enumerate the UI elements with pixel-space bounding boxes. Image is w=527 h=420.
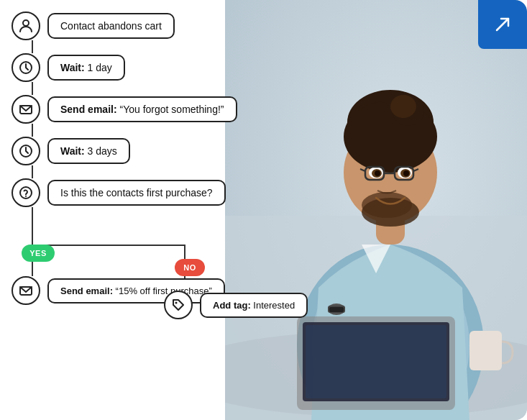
background-photo (225, 0, 527, 420)
tag-label: Add tag: Interested (200, 293, 308, 318)
wait1-label: Wait: 1 day (47, 55, 125, 81)
condition-node: Is this the contacts first purchase? (12, 178, 226, 207)
wait2-label: Wait: 3 days (47, 138, 130, 164)
condition-label: Is this the contacts first purchase? (47, 180, 226, 206)
connector-2 (32, 82, 33, 95)
connector-4 (32, 165, 33, 178)
export-arrow-icon (491, 13, 514, 36)
svg-point-37 (25, 196, 27, 197)
workflow-container: Contact abandons cart Wait: 1 day (12, 12, 270, 301)
svg-point-10 (390, 95, 416, 118)
email1-node: Send email: “You forgot something!” (12, 95, 237, 124)
svg-point-18 (403, 170, 409, 176)
connector-1 (32, 40, 33, 53)
svg-rect-26 (306, 325, 446, 398)
svg-rect-30 (329, 307, 344, 312)
email1-label: Send email: “You forgot something!” (47, 96, 237, 122)
connector-3 (32, 124, 33, 137)
trigger-label: Contact abandons cart (47, 13, 175, 39)
yes-badge: YES (17, 245, 55, 262)
export-button[interactable] (478, 0, 527, 49)
wait2-node: Wait: 3 days (12, 137, 130, 165)
email-icon-1 (12, 95, 40, 124)
no-badge: NO (170, 259, 205, 276)
svg-point-39 (175, 302, 178, 304)
svg-point-17 (375, 170, 380, 176)
svg-line-31 (497, 19, 508, 30)
person-icon (12, 12, 40, 40)
clock-icon-1 (12, 53, 40, 82)
main-container: Contact abandons cart Wait: 1 day (0, 0, 527, 420)
tag-icon (164, 291, 193, 319)
trigger-node: Contact abandons cart (12, 12, 175, 40)
svg-rect-27 (469, 331, 502, 370)
clock-icon-2 (12, 137, 40, 165)
svg-point-32 (23, 20, 29, 26)
svg-point-12 (362, 192, 412, 218)
tag-node: Add tag: Interested (164, 291, 308, 319)
question-icon (12, 178, 40, 207)
wait1-node: Wait: 1 day (12, 53, 125, 82)
email-icon-2 (12, 276, 40, 305)
